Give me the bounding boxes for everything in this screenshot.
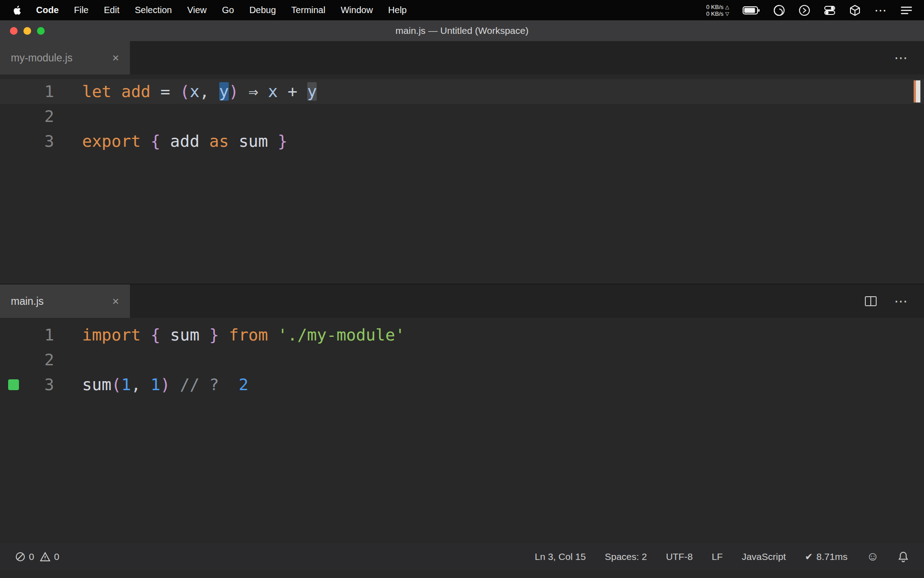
encoding[interactable]: UTF-8 xyxy=(666,551,693,562)
problems-indicator[interactable]: 0 0 xyxy=(15,551,59,562)
statusbar-right: Ln 3, Col 15 Spaces: 2 UTF-8 LF JavaScri… xyxy=(535,550,909,564)
code-token xyxy=(141,375,151,394)
code-line[interactable]: 2 xyxy=(0,347,924,372)
code-line[interactable]: 1import { sum } from './my-module' xyxy=(0,322,924,347)
control-center-icon[interactable] xyxy=(824,5,836,16)
code-token xyxy=(239,82,249,101)
menu-item-view[interactable]: View xyxy=(180,5,214,15)
code-token xyxy=(219,375,239,394)
code-token: as xyxy=(209,132,229,150)
code-token: ) xyxy=(229,82,239,101)
cursor-position[interactable]: Ln 3, Col 15 xyxy=(535,551,586,562)
code-token xyxy=(160,132,170,150)
code-token xyxy=(170,82,180,101)
tabbar-bottom: main.js × ⋯ xyxy=(0,284,924,318)
network-speed-indicator[interactable]: 0 KB/s△ 0 KB/s▽ xyxy=(706,4,729,17)
quokka-perf[interactable]: ✔ 8.71ms xyxy=(805,551,847,562)
menubar: Code FileEditSelectionViewGoDebugTermina… xyxy=(0,0,924,20)
code-token xyxy=(141,326,151,344)
close-tab-icon[interactable]: × xyxy=(112,52,119,64)
warning-count: 0 xyxy=(54,551,60,562)
apple-menu-icon[interactable] xyxy=(5,5,28,15)
editor-my-module[interactable]: 1let add = (x, y) ⇒ x + y23export { add … xyxy=(0,75,924,284)
menu-item-edit[interactable]: Edit xyxy=(96,5,127,15)
menu-item-help[interactable]: Help xyxy=(380,5,414,15)
code-token: let xyxy=(82,82,111,101)
code-token: { xyxy=(151,132,161,150)
close-tab-icon[interactable]: × xyxy=(112,295,119,307)
tab-label: my-module.js xyxy=(11,52,73,64)
code-token xyxy=(160,326,170,344)
overview-ruler-marker xyxy=(914,80,920,103)
code-line[interactable]: 3export { add as sum } xyxy=(0,129,924,154)
tab-actions-top: ⋯ xyxy=(894,41,924,75)
code-line[interactable]: 2 xyxy=(0,104,924,129)
cube-icon[interactable] xyxy=(849,5,861,16)
split-editor-icon[interactable] xyxy=(864,296,877,307)
line-number[interactable]: 2 xyxy=(0,104,54,129)
line-number[interactable]: 2 xyxy=(0,347,54,372)
code-token xyxy=(268,326,278,344)
terminal-circle-icon[interactable] xyxy=(799,5,810,16)
perf-value: 8.71ms xyxy=(817,551,848,562)
code-text xyxy=(54,347,82,372)
tab-actions-bottom: ⋯ xyxy=(864,284,924,318)
code-text xyxy=(54,104,82,129)
tab-main[interactable]: main.js × xyxy=(0,284,130,318)
line-number[interactable]: 1 xyxy=(0,322,54,347)
down-triangle-icon: ▽ xyxy=(725,10,729,17)
code-token: 1 xyxy=(121,375,131,394)
net-up-label: 0 KB/s xyxy=(706,4,723,10)
menu-item-file[interactable]: File xyxy=(66,5,96,15)
code-token: } xyxy=(278,132,288,150)
tab-my-module[interactable]: my-module.js × xyxy=(0,41,130,75)
check-icon: ✔ xyxy=(805,551,813,562)
code-token: } xyxy=(209,326,219,344)
swirl-icon[interactable] xyxy=(773,5,785,16)
menu-item-code[interactable]: Code xyxy=(28,5,66,15)
notifications-icon[interactable] xyxy=(898,551,909,563)
code-token xyxy=(170,375,180,394)
more-menu-icon[interactable]: ⋯ xyxy=(874,6,887,15)
feedback-icon[interactable]: ☺ xyxy=(866,550,879,564)
editor-top-lines: 1let add = (x, y) ⇒ x + y23export { add … xyxy=(0,79,924,154)
code-token: 2 xyxy=(239,375,249,394)
more-actions-icon[interactable]: ⋯ xyxy=(894,294,908,308)
battery-icon[interactable] xyxy=(743,6,760,14)
code-text: import { sum } from './my-module' xyxy=(54,322,405,347)
line-number[interactable]: 3 xyxy=(0,129,54,154)
more-actions-icon[interactable]: ⋯ xyxy=(894,51,908,65)
code-token xyxy=(229,132,239,150)
menu-item-debug[interactable]: Debug xyxy=(242,5,284,15)
menu-item-go[interactable]: Go xyxy=(214,5,242,15)
code-token xyxy=(268,132,278,150)
code-line[interactable]: 3sum(1, 1) // ? 2 xyxy=(0,372,924,397)
code-line[interactable]: 1let add = (x, y) ⇒ x + y xyxy=(0,79,924,104)
menu-item-terminal[interactable]: Terminal xyxy=(284,5,333,15)
warnings-icon xyxy=(40,552,51,562)
menubar-status-icons: 0 KB/s△ 0 KB/s▽ xyxy=(706,4,919,17)
code-token: ( xyxy=(111,375,121,394)
code-token: { xyxy=(151,326,161,344)
line-number[interactable]: 1 xyxy=(0,79,54,104)
code-token: y xyxy=(219,82,229,101)
editor-group-top: my-module.js × ⋯ 1let add = (x, y) ⇒ x +… xyxy=(0,41,924,284)
window-title: main.js — Untitled (Workspace) xyxy=(0,25,924,36)
code-text: sum(1, 1) // ? 2 xyxy=(54,372,249,397)
menu-item-window[interactable]: Window xyxy=(333,5,380,15)
indentation[interactable]: Spaces: 2 xyxy=(605,551,647,562)
language-mode[interactable]: JavaScript xyxy=(742,551,786,562)
eol-sequence[interactable]: LF xyxy=(711,551,723,562)
editor-main[interactable]: 1import { sum } from './my-module'23sum(… xyxy=(0,318,924,543)
list-menu-icon[interactable] xyxy=(901,5,912,15)
code-token: x xyxy=(268,82,278,101)
code-token: x xyxy=(190,82,200,101)
code-token xyxy=(151,82,161,101)
code-token: sum xyxy=(82,375,111,394)
code-token xyxy=(199,326,209,344)
titlebar: main.js — Untitled (Workspace) xyxy=(0,20,924,41)
menu-item-selection[interactable]: Selection xyxy=(127,5,180,15)
code-token xyxy=(258,82,268,101)
code-token: // ? xyxy=(180,375,219,394)
code-token: add xyxy=(170,132,199,150)
